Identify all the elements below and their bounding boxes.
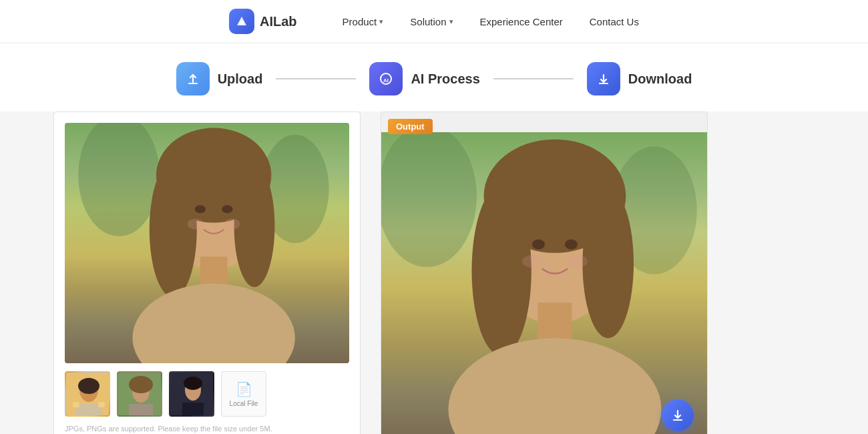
svg-point-39 [522, 255, 542, 268]
local-file-button[interactable]: 📄 Local File [221, 371, 266, 417]
brand-name: AILab [260, 14, 297, 29]
svg-point-34 [582, 189, 634, 338]
thumbnail-3[interactable] [169, 371, 214, 417]
download-step-icon [587, 62, 620, 95]
nav-item-experience-center[interactable]: Experience Center [480, 16, 563, 27]
download-step-label: Download [628, 71, 692, 87]
hint-text: JPGs, PNGs are supported. Please keep th… [65, 425, 349, 433]
right-panel: Output [381, 112, 708, 434]
svg-rect-28 [182, 403, 204, 417]
chevron-down-icon: ▾ [449, 17, 453, 26]
svg-rect-24 [129, 404, 153, 417]
svg-text:AI: AI [383, 77, 389, 83]
svg-rect-20 [98, 402, 105, 407]
svg-point-7 [150, 162, 197, 297]
input-image-preview [65, 123, 349, 363]
svg-point-29 [381, 132, 477, 267]
svg-point-40 [568, 255, 588, 268]
svg-point-23 [129, 376, 153, 393]
nav-item-product[interactable]: Product ▾ [343, 16, 384, 27]
output-label: Output [388, 119, 433, 134]
svg-point-3 [78, 123, 160, 236]
svg-point-11 [195, 205, 206, 213]
ai-step-icon: AI [369, 62, 403, 95]
step-line-2 [493, 78, 574, 79]
svg-point-33 [472, 186, 531, 356]
left-panel: 📄 Local File JPGs, PNGs are supported. P… [53, 112, 361, 434]
navbar: AILab Product ▾ Solution ▾ Experience Ce… [0, 0, 868, 43]
chevron-down-icon: ▾ [379, 17, 383, 26]
svg-point-37 [532, 240, 545, 250]
brand-icon [229, 9, 254, 34]
thumbnail-1[interactable] [65, 371, 110, 417]
svg-point-8 [234, 165, 275, 287]
upload-step-icon [176, 62, 210, 95]
local-file-label: Local File [230, 400, 258, 407]
main-content: 📄 Local File JPGs, PNGs are supported. P… [0, 112, 868, 434]
svg-point-14 [224, 218, 240, 229]
svg-point-38 [565, 240, 578, 250]
svg-point-27 [184, 377, 202, 390]
svg-point-36 [448, 338, 661, 434]
thumbnail-2[interactable] [117, 371, 162, 417]
svg-point-17 [78, 378, 99, 394]
svg-point-10 [132, 284, 294, 363]
svg-point-13 [188, 218, 204, 229]
brand[interactable]: AILab [229, 9, 297, 34]
thumbnails: 📄 Local File [65, 371, 349, 417]
step-upload: Upload [176, 62, 263, 95]
steps-bar: Upload AI AI Process Download [0, 43, 868, 112]
ai-step-label: AI Process [411, 71, 479, 87]
svg-point-12 [222, 205, 232, 213]
download-button[interactable] [662, 399, 694, 431]
nav-item-solution[interactable]: Solution ▾ [410, 16, 453, 27]
svg-point-0 [240, 21, 244, 25]
svg-rect-19 [73, 402, 79, 407]
step-line-1 [276, 78, 356, 79]
nav-links: Product ▾ Solution ▾ Experience Center C… [343, 16, 639, 27]
step-download: Download [587, 62, 692, 95]
nav-item-contact-us[interactable]: Contact Us [590, 16, 639, 27]
upload-step-label: Upload [218, 71, 263, 87]
step-ai-process: AI AI Process [369, 62, 479, 95]
file-icon: 📄 [236, 381, 252, 397]
